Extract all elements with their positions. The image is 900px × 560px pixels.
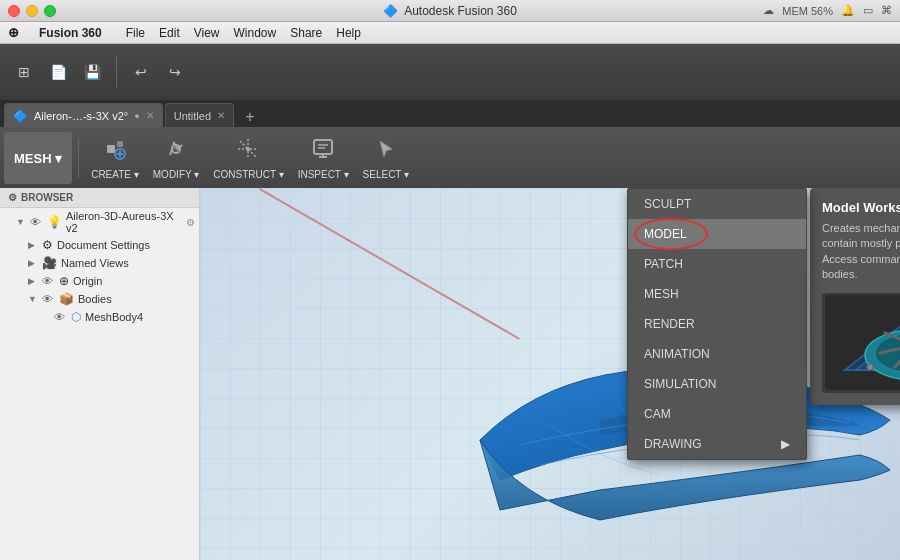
dropdown-cam[interactable]: CAM <box>628 399 806 429</box>
eye-icon: 👁 <box>30 216 41 228</box>
modify-icon <box>164 137 188 166</box>
tabs-bar: 🔷 Aileron-…-s-3X v2° ● ✕ Untitled ✕ + <box>0 100 900 128</box>
cam-label: CAM <box>644 407 671 421</box>
sidebar-settings-icon: ⚙ <box>8 192 17 203</box>
save-button[interactable]: 💾 <box>76 56 108 88</box>
dropdown-patch[interactable]: PATCH <box>628 249 806 279</box>
select-icon <box>374 137 398 166</box>
modify-button[interactable]: MODIFY ▾ <box>147 132 205 184</box>
dropdown-simulation[interactable]: SIMULATION <box>628 369 806 399</box>
mesh-label: MESH ▾ <box>14 151 62 166</box>
traffic-lights <box>8 5 56 17</box>
dropdown-animation[interactable]: ANIMATION <box>628 339 806 369</box>
eye-origin-icon: 👁 <box>42 275 53 287</box>
bodies-label: Bodies <box>78 293 195 305</box>
dropdown-mesh[interactable]: MESH <box>628 279 806 309</box>
svg-rect-1 <box>117 141 123 147</box>
dropdown-sculpt[interactable]: SCULPT <box>628 189 806 219</box>
toolbar-undo-group: ↩ ↪ <box>125 56 191 88</box>
wifi-icon: ☁ <box>763 4 774 17</box>
mesh-body-icon: ⬡ <box>71 310 81 324</box>
tree-item-doc-settings[interactable]: ▶ ⚙ Document Settings <box>0 236 199 254</box>
menu-window[interactable]: Window <box>234 26 277 40</box>
model-label: MODEL <box>644 227 687 241</box>
menu-help[interactable]: Help <box>336 26 361 40</box>
modify-label: MODIFY ▾ <box>153 169 199 180</box>
menu-file[interactable]: File <box>126 26 145 40</box>
tree-item-root[interactable]: ▼ 👁 💡 Aileron-3D-Aureus-3X v2 ⚙ <box>0 208 199 236</box>
construct-icon <box>236 137 260 166</box>
drawing-arrow-icon: ▶ <box>781 437 790 451</box>
eye-mesh-icon: 👁 <box>54 311 65 323</box>
origin-label: Origin <box>73 275 195 287</box>
toolbar-sep-1 <box>116 56 117 88</box>
render-label: RENDER <box>644 317 695 331</box>
sidebar: ⚙ BROWSER ▼ 👁 💡 Aileron-3D-Aureus-3X v2 … <box>0 188 200 560</box>
sidebar-header-label: BROWSER <box>21 192 73 203</box>
mesh-label-dd: MESH <box>644 287 679 301</box>
tree-item-origin[interactable]: ▶ 👁 ⊕ Origin <box>0 272 199 290</box>
menu-view[interactable]: View <box>194 26 220 40</box>
maximize-button[interactable] <box>44 5 56 17</box>
bodies-icon: 📦 <box>59 292 74 306</box>
construct-button[interactable]: CONSTRUCT ▾ <box>207 132 289 184</box>
mesh-workspace-button[interactable]: MESH ▾ <box>4 132 72 184</box>
meshbody-label: MeshBody4 <box>85 311 195 323</box>
app-logo: ⊕ <box>8 25 19 40</box>
arrow-icon: ▼ <box>16 217 26 227</box>
sidebar-header: ⚙ BROWSER <box>0 188 199 208</box>
main-content: ⚙ BROWSER ▼ 👁 💡 Aileron-3D-Aureus-3X v2 … <box>0 188 900 560</box>
toolbar: ⊞ 📄 💾 ↩ ↪ <box>0 44 900 100</box>
tree-item-meshbody4[interactable]: 👁 ⬡ MeshBody4 <box>0 308 199 326</box>
views-icon: 🎥 <box>42 256 57 270</box>
tooltip-image <box>822 293 900 393</box>
workspace-dropdown-menu[interactable]: SCULPT MODEL PATCH MESH RENDER ANIMATION <box>627 188 807 460</box>
doc-settings-label: Document Settings <box>57 239 195 251</box>
create-button[interactable]: CREATE ▾ <box>85 132 145 184</box>
tab-untitled[interactable]: Untitled ✕ <box>165 103 234 127</box>
arrow-views-icon: ▶ <box>28 258 38 268</box>
title-bar: 🔷 Autodesk Fusion 360 ☁ MEM 56% 🔔 ▭ ⌘ <box>0 0 900 22</box>
tree-item-named-views[interactable]: ▶ 🎥 Named Views <box>0 254 199 272</box>
minimize-button[interactable] <box>26 5 38 17</box>
arrow-doc-icon: ▶ <box>28 240 38 250</box>
new-tab-button[interactable]: + <box>240 107 260 127</box>
tree-item-bodies[interactable]: ▼ 👁 📦 Bodies <box>0 290 199 308</box>
sculpt-label: SCULPT <box>644 197 691 211</box>
menu-bar: ⊕ Fusion 360 File Edit View Window Share… <box>0 22 900 44</box>
viewport[interactable]: FRONT SCULPT MODEL PATCH MESH RENDER <box>200 188 900 560</box>
bulb-icon: 💡 <box>47 215 62 229</box>
undo-button[interactable]: ↩ <box>125 56 157 88</box>
redo-button[interactable]: ↪ <box>159 56 191 88</box>
close-button[interactable] <box>8 5 20 17</box>
display-icon: ▭ <box>863 4 873 17</box>
dropdown-model[interactable]: MODEL <box>628 219 806 249</box>
app-name: Fusion 360 <box>39 26 102 40</box>
dropdown-drawing[interactable]: DRAWING ▶ <box>628 429 806 459</box>
toolbar-left-group: ⊞ 📄 💾 <box>8 56 108 88</box>
menu-edit[interactable]: Edit <box>159 26 180 40</box>
wifi-icon2: ⌘ <box>881 4 892 17</box>
inspect-label: INSPECT ▾ <box>298 169 349 180</box>
svg-point-9 <box>246 147 250 151</box>
tab-untitled-close[interactable]: ✕ <box>217 110 225 121</box>
tab-untitled-label: Untitled <box>174 110 211 122</box>
patch-label: PATCH <box>644 257 683 271</box>
inspect-button[interactable]: INSPECT ▾ <box>292 132 355 184</box>
svg-rect-0 <box>107 145 115 153</box>
dropdown-render[interactable]: RENDER <box>628 309 806 339</box>
tooltip-description: Creates mechanical designs that contain … <box>822 221 900 283</box>
create-label: CREATE ▾ <box>91 169 139 180</box>
workspace-toolbar: MESH ▾ CREATE ▾ MODIFY ▾ <box>0 128 900 188</box>
grid-button[interactable]: ⊞ <box>8 56 40 88</box>
animation-label: ANIMATION <box>644 347 710 361</box>
tab-aileron[interactable]: 🔷 Aileron-…-s-3X v2° ● ✕ <box>4 103 163 127</box>
menu-share[interactable]: Share <box>290 26 322 40</box>
arrow-bodies-icon: ▼ <box>28 294 38 304</box>
tab-aileron-close[interactable]: ✕ <box>146 110 154 121</box>
select-button[interactable]: SELECT ▾ <box>357 132 416 184</box>
workspace-tooltip: Model Workspace Creates mechanical desig… <box>810 188 900 405</box>
drawing-label: DRAWING <box>644 437 702 451</box>
file-button[interactable]: 📄 <box>42 56 74 88</box>
gear-icon: ⚙ <box>42 238 53 252</box>
